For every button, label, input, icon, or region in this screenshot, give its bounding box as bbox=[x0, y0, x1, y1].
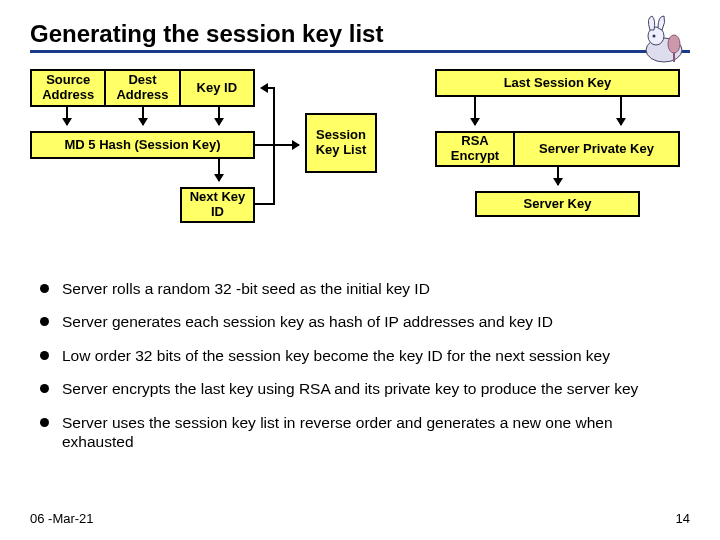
title-text: Generating the session key list bbox=[30, 20, 383, 47]
list-item: Server rolls a random 32 -bit seed as th… bbox=[38, 279, 686, 298]
md5-hash-box: MD 5 Hash (Session Key) bbox=[30, 131, 255, 159]
list-item: Server uses the session key list in reve… bbox=[38, 413, 686, 452]
arrow-icon bbox=[218, 159, 220, 181]
diagram-area: Source Address Dest Address Key ID MD 5 … bbox=[30, 69, 690, 269]
arrow-icon bbox=[142, 107, 144, 125]
dest-address-cell: Dest Address bbox=[106, 70, 180, 106]
arrow-icon bbox=[620, 97, 622, 125]
footer-date: 06 -Mar-21 bbox=[30, 511, 94, 526]
input-row: Source Address Dest Address Key ID bbox=[30, 69, 255, 107]
svg-point-2 bbox=[653, 35, 656, 38]
list-item: Server generates each session key as has… bbox=[38, 312, 686, 331]
server-private-key-cell: Server Private Key bbox=[515, 139, 678, 160]
next-key-id-box: Next Key ID bbox=[180, 187, 255, 223]
session-key-list-box: Session Key List bbox=[305, 113, 377, 173]
list-item: Low order 32 bits of the session key bec… bbox=[38, 346, 686, 365]
source-address-cell: Source Address bbox=[32, 70, 106, 106]
encrypt-row: RSA Encrypt Server Private Key bbox=[435, 131, 680, 167]
arrow-icon bbox=[261, 87, 275, 89]
svg-point-3 bbox=[668, 35, 680, 53]
loop-line bbox=[255, 87, 275, 205]
server-key-box: Server Key bbox=[475, 191, 640, 217]
key-id-cell: Key ID bbox=[181, 78, 253, 99]
arrow-icon bbox=[218, 107, 220, 125]
slide-title: Generating the session key list bbox=[30, 20, 690, 53]
rsa-encrypt-cell: RSA Encrypt bbox=[437, 131, 515, 167]
page-number: 14 bbox=[676, 511, 690, 526]
last-session-key-box: Last Session Key bbox=[435, 69, 680, 97]
rabbit-icon bbox=[634, 12, 694, 64]
arrow-icon bbox=[557, 167, 559, 185]
list-item: Server encrypts the last key using RSA a… bbox=[38, 379, 686, 398]
footer: 06 -Mar-21 14 bbox=[30, 511, 690, 526]
arrow-icon bbox=[66, 107, 68, 125]
bullet-list: Server rolls a random 32 -bit seed as th… bbox=[30, 279, 690, 451]
arrow-icon bbox=[474, 97, 476, 125]
